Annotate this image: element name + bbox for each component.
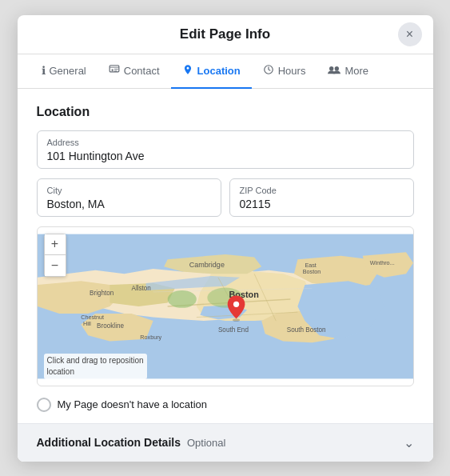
zoom-in-button[interactable]: +: [45, 234, 66, 255]
no-location-radio[interactable]: [37, 398, 51, 412]
tab-more[interactable]: More: [317, 54, 380, 89]
tab-location[interactable]: Location: [171, 54, 252, 89]
city-input[interactable]: [47, 198, 211, 210]
edit-page-info-modal: Edit Page Info × ℹ General Contact Locat…: [18, 15, 433, 462]
tab-hours[interactable]: Hours: [252, 54, 317, 89]
address-input-wrapper: Address: [37, 130, 414, 169]
location-icon: [182, 64, 193, 78]
svg-point-6: [329, 66, 333, 70]
svg-text:Allston: Allston: [131, 285, 150, 292]
tab-hours-label: Hours: [278, 65, 306, 77]
svg-point-7: [335, 66, 339, 70]
tab-more-label: More: [344, 65, 368, 77]
tab-contact-label: Contact: [124, 65, 160, 77]
contact-icon: [109, 64, 120, 78]
tab-bar: ℹ General Contact Location Hours More: [18, 54, 433, 89]
svg-text:Boston: Boston: [302, 268, 320, 275]
chevron-down-icon: ⌄: [404, 435, 414, 450]
map-container[interactable]: Cambridge Boston Brighton Brookline Alls…: [37, 226, 414, 386]
svg-text:South End: South End: [217, 326, 248, 333]
additional-details-left: Additional Location Details Optional: [37, 436, 226, 449]
zoom-out-button[interactable]: −: [45, 255, 66, 276]
additional-details-section[interactable]: Additional Location Details Optional ⌄: [18, 423, 433, 462]
svg-point-41: [233, 318, 240, 322]
zip-label: ZIP Code: [240, 186, 404, 195]
section-title: Location: [37, 105, 414, 119]
svg-text:Winthro...: Winthro...: [369, 258, 394, 266]
address-label: Address: [47, 138, 404, 147]
modal-body: Location Address City ZIP Code: [18, 89, 433, 462]
modal-header: Edit Page Info ×: [18, 15, 433, 54]
additional-details-optional: Optional: [187, 437, 225, 449]
svg-text:South Boston: South Boston: [286, 326, 325, 333]
tab-contact[interactable]: Contact: [98, 54, 171, 89]
modal-title: Edit Page Info: [180, 26, 270, 42]
map-zoom-controls: + −: [44, 234, 66, 277]
address-input[interactable]: [47, 150, 404, 162]
svg-point-26: [167, 290, 196, 308]
svg-point-42: [233, 301, 238, 306]
svg-text:Roxbury: Roxbury: [140, 333, 161, 340]
close-button[interactable]: ×: [398, 22, 422, 46]
tab-general[interactable]: ℹ General: [30, 54, 98, 88]
no-location-label: My Page doesn't have a location: [58, 398, 208, 410]
tab-general-label: General: [50, 65, 86, 77]
svg-point-2: [111, 69, 113, 70]
svg-text:Hill: Hill: [82, 320, 90, 327]
svg-text:Brookline: Brookline: [97, 322, 124, 330]
map-caption: Click and drag to reposition location: [44, 354, 147, 379]
city-label: City: [47, 186, 211, 195]
city-input-wrapper: City: [37, 178, 221, 217]
city-zip-group: City ZIP Code: [37, 178, 414, 217]
additional-details-title: Additional Location Details: [37, 436, 181, 449]
address-field-group: Address: [37, 130, 414, 169]
general-icon: ℹ: [42, 64, 46, 77]
svg-text:Brighton: Brighton: [90, 290, 113, 297]
more-icon: [328, 64, 340, 78]
no-location-row: My Page doesn't have a location: [37, 398, 414, 412]
svg-text:Cambridge: Cambridge: [189, 261, 224, 269]
zip-input[interactable]: [240, 198, 404, 210]
tab-location-label: Location: [197, 65, 241, 77]
zip-input-wrapper: ZIP Code: [229, 178, 414, 217]
hours-icon: [263, 64, 274, 78]
